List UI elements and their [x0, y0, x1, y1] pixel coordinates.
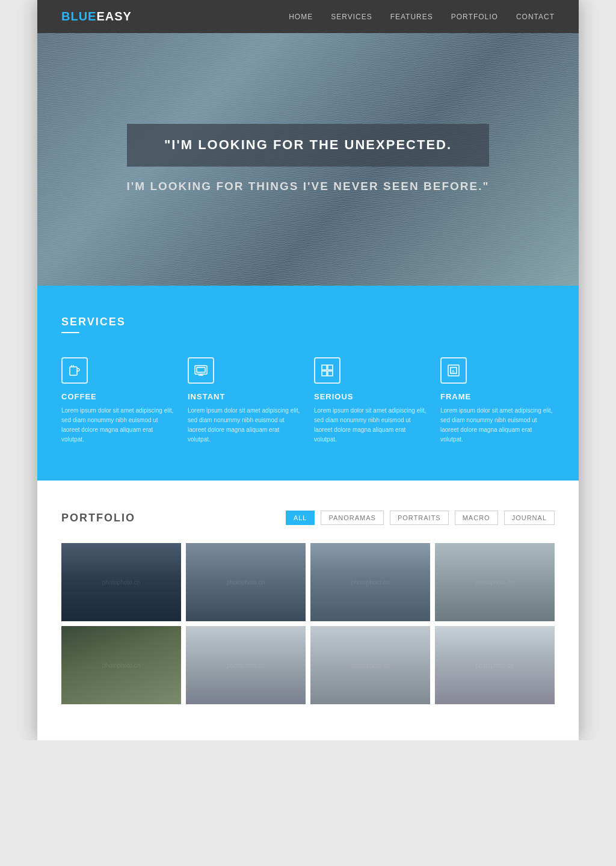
portfolio-item[interactable]: photophoto.cn — [435, 543, 555, 621]
service-serious: SERIOUS Lorem ipsum dolor sit amet adipi… — [314, 357, 428, 444]
serious-desc: Lorem ipsum dolor sit amet adipiscing el… — [314, 406, 428, 444]
nav-portfolio[interactable]: PORTFOLIO — [451, 13, 498, 21]
svg-text:A: A — [452, 369, 455, 373]
portfolio-item[interactable]: photophoto.cn — [186, 543, 306, 621]
filter-macro[interactable]: MACRO — [455, 511, 498, 525]
filter-panoramas[interactable]: PANORAMAS — [321, 511, 383, 525]
svg-rect-5 — [322, 371, 327, 376]
nav-home[interactable]: HOME — [289, 13, 313, 21]
logo-blue: BLUE — [61, 10, 96, 23]
nav-features[interactable]: FEATURES — [390, 13, 433, 21]
coffee-desc: Lorem ipsum dolor sit amet adipiscing el… — [61, 406, 176, 444]
watermark: photophoto.cn — [351, 662, 389, 669]
serious-name: SERIOUS — [314, 392, 428, 401]
services-title: SERVICES — [61, 316, 555, 328]
watermark: photophoto.cn — [476, 579, 514, 586]
service-frame: A FRAME Lorem ipsum dolor sit amet adipi… — [440, 357, 555, 444]
portfolio-header: PORTFOLIO ALL PANORAMAS PORTRAITS MACRO … — [61, 511, 555, 525]
hero-quote-box: "I'M LOOKING FOR THE UNEXPECTED. — [127, 124, 490, 167]
svg-rect-6 — [328, 371, 333, 376]
coffee-name: COFFEE — [61, 392, 176, 401]
watermark: photophoto.cn — [102, 579, 140, 586]
portfolio-title: PORTFOLIO — [61, 512, 135, 524]
portfolio-item[interactable]: photophoto.cn — [310, 543, 430, 621]
portfolio-item[interactable]: photophoto.cn — [310, 626, 430, 704]
services-underline — [61, 332, 79, 333]
grid-icon-box — [314, 357, 340, 384]
svg-rect-4 — [328, 365, 333, 370]
logo: BLUEEASY — [61, 10, 132, 23]
page-wrapper: BLUEEASY HOME SERVICES FEATURES PORTFOLI… — [37, 0, 579, 740]
coffee-icon-box — [61, 357, 88, 384]
coffee-icon — [67, 363, 82, 378]
portfolio-item[interactable]: photophoto.cn — [61, 543, 181, 621]
filter-all[interactable]: ALL — [286, 511, 315, 525]
hero-content: "I'M LOOKING FOR THE UNEXPECTED. I'M LOO… — [103, 124, 514, 194]
watermark: photophoto.cn — [476, 662, 514, 669]
hero-section: "I'M LOOKING FOR THE UNEXPECTED. I'M LOO… — [37, 33, 579, 286]
portfolio-section: PORTFOLIO ALL PANORAMAS PORTRAITS MACRO … — [37, 481, 579, 740]
frame-icon: A — [446, 363, 461, 378]
filter-portraits[interactable]: PORTRAITS — [390, 511, 449, 525]
portfolio-item[interactable]: photophoto.cn — [435, 626, 555, 704]
portfolio-filters: ALL PANORAMAS PORTRAITS MACRO JOURNAL — [286, 511, 555, 525]
nav: HOME SERVICES FEATURES PORTFOLIO CONTACT — [289, 13, 555, 21]
instant-name: INSTANT — [188, 392, 302, 401]
filter-journal[interactable]: JOURNAL — [504, 511, 555, 525]
portfolio-item[interactable]: photophoto.cn — [61, 626, 181, 704]
watermark: photophoto.cn — [227, 579, 265, 586]
monitor-icon-box — [188, 357, 214, 384]
hero-quote-main: "I'M LOOKING FOR THE UNEXPECTED. — [157, 136, 460, 155]
grid-icon — [320, 363, 334, 378]
nav-contact[interactable]: CONTACT — [516, 13, 555, 21]
watermark: photophoto.cn — [102, 662, 140, 669]
watermark: photophoto.cn — [351, 579, 389, 586]
frame-desc: Lorem ipsum dolor sit amet adipiscing el… — [440, 406, 555, 444]
svg-rect-3 — [322, 365, 327, 370]
services-section: SERVICES COFFEE Lorem ipsum dolor sit am… — [37, 286, 579, 481]
portfolio-grid: photophoto.cn photophoto.cn photophoto.c… — [61, 543, 555, 704]
header: BLUEEASY HOME SERVICES FEATURES PORTFOLI… — [37, 0, 579, 33]
svg-rect-0 — [70, 367, 77, 375]
portfolio-item[interactable]: photophoto.cn — [186, 626, 306, 704]
frame-name: FRAME — [440, 392, 555, 401]
svg-rect-2 — [197, 367, 205, 372]
logo-white: EASY — [96, 10, 131, 23]
monitor-icon — [194, 363, 208, 378]
service-coffee: COFFEE Lorem ipsum dolor sit amet adipis… — [61, 357, 176, 444]
nav-services[interactable]: SERVICES — [331, 13, 372, 21]
watermark: photophoto.cn — [227, 662, 265, 669]
services-grid: COFFEE Lorem ipsum dolor sit amet adipis… — [61, 357, 555, 444]
instant-desc: Lorem ipsum dolor sit amet adipiscing el… — [188, 406, 302, 444]
hero-quote-sub: I'M LOOKING FOR THINGS I'VE NEVER SEEN B… — [127, 179, 490, 195]
service-instant: INSTANT Lorem ipsum dolor sit amet adipi… — [188, 357, 302, 444]
frame-icon-box: A — [440, 357, 467, 384]
